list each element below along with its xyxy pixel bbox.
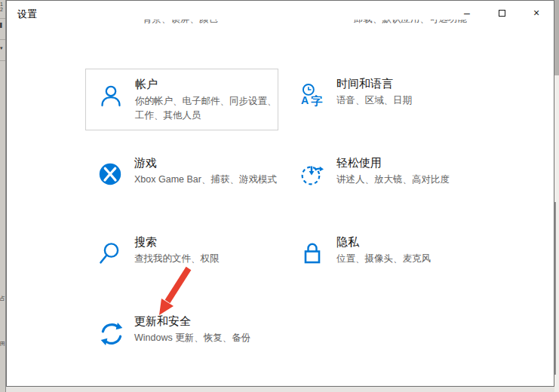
settings-item-title: 搜索 [134,234,279,250]
left-edge-mark: 田 [0,341,6,346]
settings-item-subtitle: 位置、摄像头、麦克风 [336,252,481,266]
settings-item-2[interactable]: A 字 时间和语言 语音、区域、日期 [287,69,481,130]
lock-icon [300,241,326,267]
settings-item-title: 帐户 [135,77,280,92]
left-edge-mark: ▌ [0,23,6,28]
svg-text:A: A [301,94,309,106]
window-title: 设置 [17,8,37,21]
settings-item-subtitle: 讲述人、放大镜、高对比度 [336,173,481,187]
left-edge-mark: 12 [0,2,6,12]
desktop: 12 ▌ ▾ 占 田 设置 – × [0,0,559,392]
scrolled-item-subtitle-fragment: 卸载、默认应用、可选功能 [354,20,467,26]
settings-item-subtitle: 你的帐户、电子邮件、同步设置、工作、其他人员 [135,94,280,123]
scrolled-item-subtitle-fragment: 背景、锁屏、颜色 [143,20,218,26]
titlebar: 设置 – × [7,1,554,28]
settings-item-4[interactable]: 轻松使用 讲述人、放大镜、高对比度 [287,148,481,210]
minimize-icon: – [464,7,470,19]
sync-icon [98,320,124,346]
time-language-icon: A 字 [300,83,326,109]
xbox-icon [98,162,124,188]
close-icon: × [533,7,539,19]
background-app-right-block [554,0,559,75]
search-icon [98,241,124,267]
settings-item-subtitle: 语音、区域、日期 [336,93,481,108]
settings-item-3[interactable]: 游戏 Xbox Game Bar、捕获、游戏模式 [85,148,278,210]
settings-item-title: 轻松使用 [336,155,481,170]
ease-of-access-icon [300,162,326,188]
settings-item-7[interactable]: 更新和安全 Windows 更新、恢复、备份 [85,306,278,368]
settings-item-6[interactable]: 隐私 位置、摄像头、麦克风 [287,227,481,289]
person-icon [99,84,124,109]
settings-item-subtitle: Xbox Game Bar、捕获、游戏模式 [134,173,279,187]
settings-item-title: 隐私 [336,234,481,250]
background-scrollbar [554,202,556,375]
settings-window: 设置 – × 背景、锁屏、颜色 卸载、默认应用、可选功能 [6,0,554,387]
settings-item-5[interactable]: 搜索 查找我的文件、权限 [85,227,278,289]
maximize-icon [499,10,505,17]
left-edge-mark: 占 [0,296,6,301]
settings-item-1[interactable]: 帐户 你的帐户、电子邮件、同步设置、工作、其他人员 [85,69,278,130]
settings-item-title: 游戏 [134,155,279,170]
settings-item-subtitle: 查找我的文件、权限 [134,252,279,266]
settings-item-subtitle: Windows 更新、恢复、备份 [134,331,279,345]
maximize-button[interactable] [484,1,519,25]
settings-item-title: 更新和安全 [134,314,279,329]
left-edge-mark: ▾ [0,45,6,51]
settings-item-title: 时间和语言 [336,76,481,91]
background-app-left-edge: 12 ▌ ▾ 占 田 [0,0,6,392]
close-button[interactable]: × [519,1,554,25]
svg-text:字: 字 [311,94,322,107]
